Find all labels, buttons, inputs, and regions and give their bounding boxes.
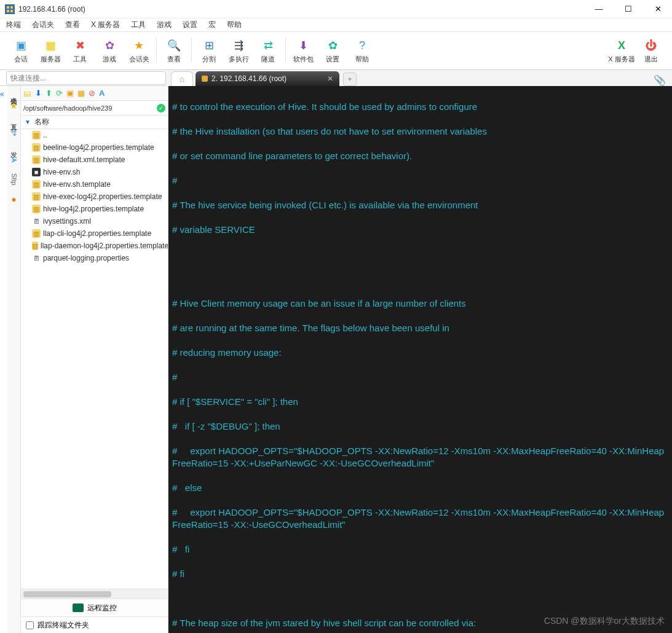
path-text: /opt/software/hadoop/hive239 [23,104,112,112]
menu-macros[interactable]: 宏 [208,20,216,30]
remote-monitor-button[interactable]: 远程监控 [21,599,168,617]
close-button[interactable]: ✕ [649,4,667,14]
app-icon [5,4,15,14]
svg-rect-0 [5,4,15,14]
send-icon[interactable]: ➤ [10,155,18,165]
tb-3[interactable]: ✿游戏 [95,37,124,64]
tb-8[interactable]: ⇄隧道 [253,37,283,64]
updir-row[interactable]: ▥ .. [21,129,168,141]
title-bar: 192.168.41.66 (root) — ☐ ✕ [0,0,672,18]
star-icon[interactable]: ★ [10,101,18,111]
upload-icon[interactable]: ⬆ [45,88,52,98]
text-icon[interactable]: A [99,88,105,98]
column-header[interactable]: ▼ 名称 [21,116,168,129]
file-name: hive-env.sh.template [43,180,111,189]
file-row[interactable]: ▥hive-env.sh.template [21,178,168,191]
file-row[interactable]: 🖹parquet-logging.properties [21,252,168,264]
tbr-1[interactable]: ⏻退出 [636,37,666,64]
follow-checkbox[interactable] [26,621,34,629]
file-row[interactable]: ▥hive-default.xml.template [21,154,168,166]
file-row[interactable]: ▥hive-log4j2.properties.template [21,203,168,215]
collapse-handle[interactable]: « [0,86,7,633]
tb-9[interactable]: ⬇软件包 [288,37,318,64]
file-row[interactable]: ▥beeline-log4j2.properties.template [21,141,168,154]
side-tab-sessions[interactable]: 会话夹 [9,90,18,95]
file-name: ivysettings.xml [43,217,91,226]
tb-4[interactable]: ★会话夹 [124,37,154,64]
tbr-0[interactable]: XX 服务器 [607,37,636,64]
tb-2[interactable]: ✖工具 [65,37,95,64]
newfolder-icon[interactable]: ▣ [66,88,74,98]
menu-help[interactable]: 帮助 [227,20,242,30]
path-bar[interactable]: /opt/software/hadoop/hive239 ✓ [21,101,168,116]
tab-close-icon[interactable]: ✕ [327,74,333,83]
menu-settings[interactable]: 设置 [183,20,197,30]
h-scrollbar[interactable] [21,589,168,599]
menu-xserver[interactable]: X 服务器 [91,20,120,30]
workspace: « 会话夹 ★ 工具 ↯ 发 ➤ Sftp ● 🖴 ⬇ ⬆ ⟳ ▣ ▦ ⊘ A … [0,86,672,633]
sort-arrow-icon: ▼ [25,119,31,125]
menu-sessions[interactable]: 会话夹 [32,20,54,30]
maximize-button[interactable]: ☐ [619,4,638,14]
file-name: parquet-logging.properties [43,254,129,262]
quickbar: ⌂ 2. 192.168.41.66 (root) ✕ + 📎 [0,70,672,86]
drive-icon[interactable]: 🖴 [23,88,31,98]
delete-icon[interactable]: ⊘ [89,88,95,98]
refresh-icon[interactable]: ⟳ [56,88,63,98]
minimize-button[interactable]: — [590,4,608,14]
file-row[interactable]: 🖹ivysettings.xml [21,215,168,227]
side-tab-sftp[interactable]: Sftp [10,171,18,188]
tool-icon[interactable]: ↯ [10,128,18,138]
file-row[interactable]: ▥llap-cli-log4j2.properties.template [21,227,168,240]
column-name: 名称 [34,117,49,127]
tb-1[interactable]: ▦服务器 [36,37,65,64]
tab-terminal-active[interactable]: 2. 192.168.41.66 (root) ✕ [196,71,339,86]
file-name: hive-exec-log4j2.properties.template [43,192,162,201]
menu-tools[interactable]: 工具 [131,20,146,30]
tb-6[interactable]: ⊞分割 [194,37,224,64]
tb-5[interactable]: 🔍查看 [159,37,189,64]
file-name: hive-log4j2.properties.template [43,205,144,213]
tab-row: ⌂ 2. 192.168.41.66 (root) ✕ + 📎 [166,70,672,86]
file-icon: ▥ [32,180,41,189]
file-icon: ▥ [32,155,41,164]
file-panel-toolbar: 🖴 ⬇ ⬆ ⟳ ▣ ▦ ⊘ A [21,86,168,101]
follow-label: 跟踪终端文件夹 [38,620,89,631]
file-name: beeline-log4j2.properties.template [43,143,154,152]
file-icon: ▥ [32,205,41,213]
file-row[interactable]: ▥llap-daemon-log4j2.properties.template [21,240,168,252]
file-name: hive-default.xml.template [43,155,125,164]
tb-11[interactable]: ?帮助 [347,37,377,64]
side-tab-tools[interactable]: 工具 [9,117,18,122]
tab-label: 2. 192.168.41.66 (root) [211,74,287,83]
terminal-icon [202,76,208,82]
file-name: hive-env.sh [43,168,80,176]
file-icon: ▥ [32,192,41,201]
file-row[interactable]: ■hive-env.sh [21,166,168,178]
file-icon: 🖹 [32,217,41,226]
monitor-icon [73,604,84,612]
file-row[interactable]: ▥hive-exec-log4j2.properties.template [21,191,168,203]
menu-games[interactable]: 游戏 [157,20,172,30]
quick-connect-input[interactable] [6,71,166,85]
side-tabs: 会话夹 ★ 工具 ↯ 发 ➤ Sftp ● [7,86,21,633]
file-icon: ▥ [32,229,41,238]
tb-0[interactable]: ▣会话 [6,37,36,64]
paperclip-icon[interactable]: 📎 [654,74,666,86]
menu-view[interactable]: 查看 [65,20,80,30]
file-name: llap-cli-log4j2.properties.template [43,229,151,238]
watermark: CSDN @数据科学or大数据技术 [544,615,665,627]
tab-home[interactable]: ⌂ [171,71,193,86]
side-tab-send[interactable]: 发 [9,144,18,149]
file-icon: 🖹 [32,254,41,262]
tab-new[interactable]: + [343,73,357,86]
tb-10[interactable]: ✿设置 [318,37,347,64]
globe-icon[interactable]: ● [11,194,16,204]
tb-7[interactable]: ⇶多执行 [224,37,253,64]
file-panel: 🖴 ⬇ ⬆ ⟳ ▣ ▦ ⊘ A /opt/software/hadoop/hiv… [21,86,168,633]
newfolder2-icon[interactable]: ▦ [77,88,85,98]
download-icon[interactable]: ⬇ [35,88,42,98]
terminal[interactable]: # to control the execution of Hive. It s… [168,86,672,633]
toolbar: ▣会话▦服务器✖工具✿游戏★会话夹🔍查看⊞分割⇶多执行⇄隧道⬇软件包✿设置?帮助… [0,32,672,70]
menu-terminal[interactable]: 终端 [6,20,21,30]
